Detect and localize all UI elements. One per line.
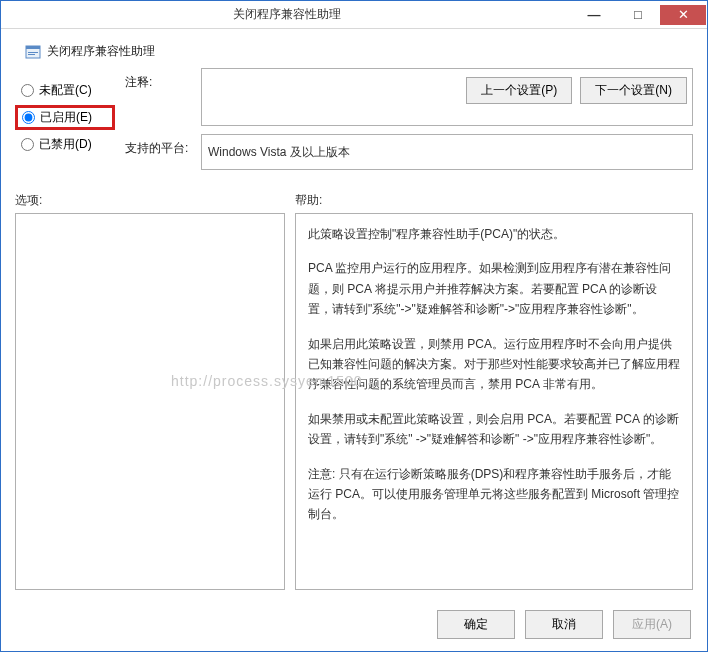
platform-value: Windows Vista 及以上版本 xyxy=(201,134,693,170)
help-paragraph: 如果禁用或未配置此策略设置，则会启用 PCA。若要配置 PCA 的诊断设置，请转… xyxy=(308,409,680,450)
radio-not-configured[interactable]: 未配置(C) xyxy=(15,78,115,103)
svg-rect-1 xyxy=(26,46,40,49)
minimize-button[interactable]: — xyxy=(572,5,616,25)
svg-rect-2 xyxy=(28,52,38,53)
prev-setting-button[interactable]: 上一个设置(P) xyxy=(466,77,572,104)
section-labels: 选项: 帮助: xyxy=(15,192,693,209)
radio-disabled[interactable]: 已禁用(D) xyxy=(15,132,115,157)
radio-enabled-input[interactable] xyxy=(22,111,35,124)
dialog-footer: 确定 取消 应用(A) xyxy=(1,600,707,651)
cancel-button[interactable]: 取消 xyxy=(525,610,603,639)
help-label: 帮助: xyxy=(295,192,322,209)
next-setting-button[interactable]: 下一个设置(N) xyxy=(580,77,687,104)
help-panel: 此策略设置控制"程序兼容性助手(PCA)"的状态。 PCA 监控用户运行的应用程… xyxy=(295,213,693,590)
radio-disabled-input[interactable] xyxy=(21,138,34,151)
nav-buttons: 上一个设置(P) 下一个设置(N) xyxy=(466,77,687,104)
help-paragraph: 此策略设置控制"程序兼容性助手(PCA)"的状态。 xyxy=(308,224,680,244)
svg-rect-3 xyxy=(28,54,35,55)
platform-label: 支持的平台: xyxy=(125,134,193,157)
options-panel xyxy=(15,213,285,590)
window-title: 关闭程序兼容性助理 xyxy=(1,6,572,23)
radio-disabled-label: 已禁用(D) xyxy=(39,136,92,153)
panels: 此策略设置控制"程序兼容性助手(PCA)"的状态。 PCA 监控用户运行的应用程… xyxy=(15,213,693,590)
policy-icon xyxy=(25,44,41,60)
radio-not-configured-input[interactable] xyxy=(21,84,34,97)
radio-enabled-label: 已启用(E) xyxy=(40,109,92,126)
content-area: 关闭程序兼容性助理 上一个设置(P) 下一个设置(N) 未配置(C) 已启用(E… xyxy=(1,29,707,600)
heading-text: 关闭程序兼容性助理 xyxy=(47,43,155,60)
state-radios: 未配置(C) 已启用(E) 已禁用(D) xyxy=(15,68,115,178)
comment-label: 注释: xyxy=(125,68,193,91)
platform-row: 支持的平台: Windows Vista 及以上版本 xyxy=(125,134,693,170)
titlebar: 关闭程序兼容性助理 — □ ✕ xyxy=(1,1,707,29)
help-paragraph: PCA 监控用户运行的应用程序。如果检测到应用程序有潜在兼容性问题，则 PCA … xyxy=(308,258,680,319)
help-paragraph: 如果启用此策略设置，则禁用 PCA。运行应用程序时不会向用户提供已知兼容性问题的… xyxy=(308,334,680,395)
close-button[interactable]: ✕ xyxy=(660,5,706,25)
ok-button[interactable]: 确定 xyxy=(437,610,515,639)
options-label: 选项: xyxy=(15,192,295,209)
policy-dialog: 关闭程序兼容性助理 — □ ✕ 关闭程序兼容性助理 上一个设置(P) 下一个设置… xyxy=(0,0,708,652)
radio-enabled[interactable]: 已启用(E) xyxy=(15,105,115,130)
policy-heading: 关闭程序兼容性助理 xyxy=(15,35,693,68)
radio-not-configured-label: 未配置(C) xyxy=(39,82,92,99)
maximize-button[interactable]: □ xyxy=(616,5,660,25)
apply-button[interactable]: 应用(A) xyxy=(613,610,691,639)
help-paragraph: 注意: 只有在运行诊断策略服务(DPS)和程序兼容性助手服务后，才能运行 PCA… xyxy=(308,464,680,525)
